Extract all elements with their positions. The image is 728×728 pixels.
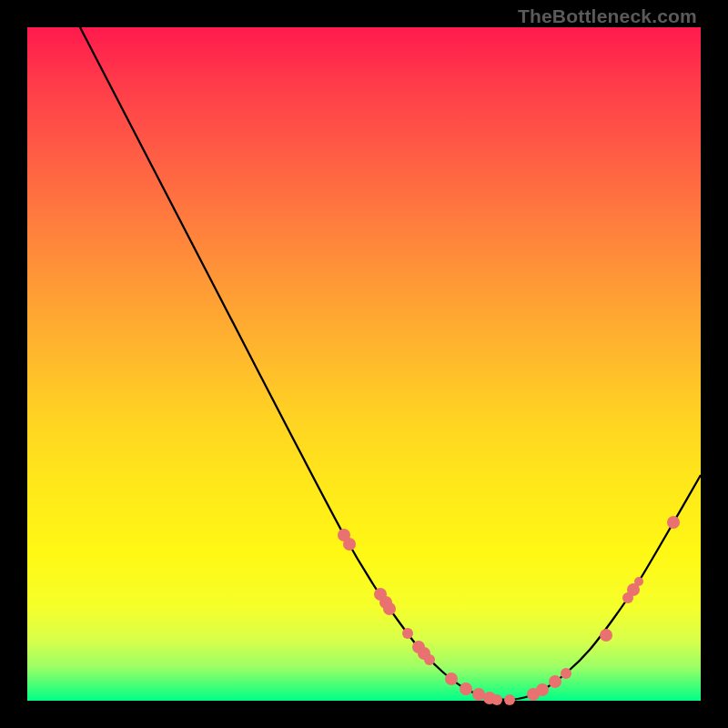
data-marker xyxy=(460,682,472,695)
data-marker xyxy=(472,688,485,701)
data-marker xyxy=(491,694,502,705)
data-marker xyxy=(549,675,561,688)
data-marker xyxy=(600,629,612,642)
chart-frame xyxy=(27,27,701,701)
data-marker xyxy=(445,672,458,685)
data-marker xyxy=(504,694,515,705)
data-marker xyxy=(424,654,435,665)
data-marker xyxy=(343,538,356,551)
data-marker xyxy=(561,668,571,679)
data-marker xyxy=(383,602,396,615)
data-marker xyxy=(402,628,413,639)
marker-group xyxy=(338,516,680,705)
data-marker xyxy=(667,516,680,529)
chart-svg xyxy=(27,27,701,701)
data-marker xyxy=(536,683,549,696)
watermark-text: TheBottleneck.com xyxy=(518,5,697,27)
data-marker xyxy=(634,577,643,586)
